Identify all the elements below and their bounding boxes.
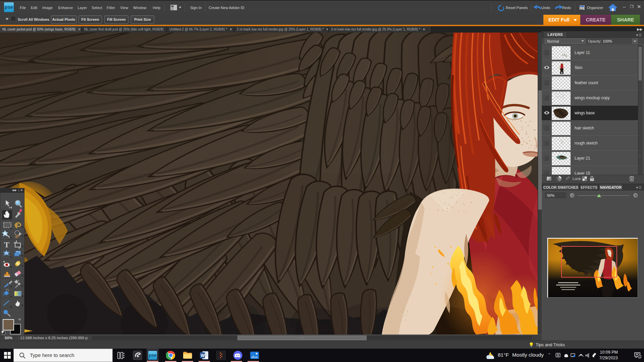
svg-text:T: T [4,240,9,249]
svg-text:W: W [201,353,205,358]
svg-text:1: 1 [639,355,640,358]
